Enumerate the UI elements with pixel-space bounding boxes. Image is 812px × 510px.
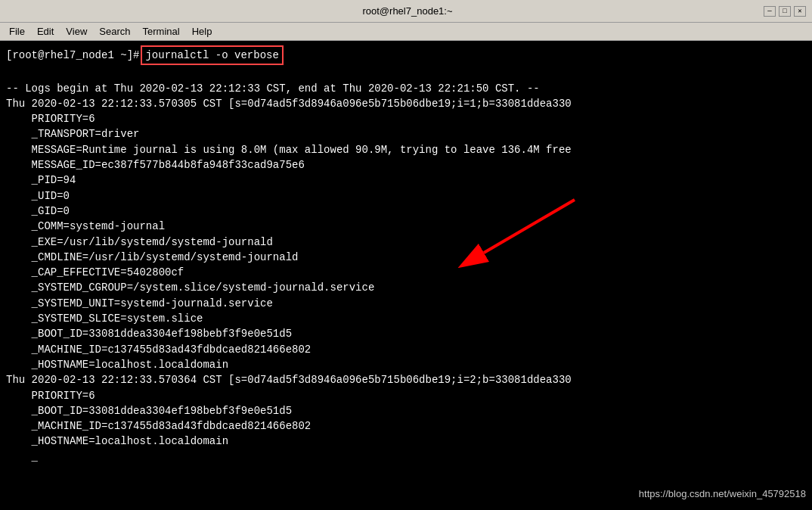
terminal-output: -- Logs begin at Thu 2020-02-13 22:12:33… xyxy=(6,81,806,465)
window-controls[interactable]: ─ □ ✕ xyxy=(764,6,806,17)
command-line: [root@rhel7_node1 ~]# journalctl -o verb… xyxy=(6,45,806,65)
menu-search[interactable]: Search xyxy=(93,24,136,39)
menu-file[interactable]: File xyxy=(3,24,31,39)
titlebar: root@rhel7_node1:~ ─ □ ✕ xyxy=(0,0,812,23)
menubar: File Edit View Search Terminal Help xyxy=(0,23,812,41)
menu-terminal[interactable]: Terminal xyxy=(137,24,186,39)
terminal-window[interactable]: [root@rhel7_node1 ~]# journalctl -o verb… xyxy=(0,41,812,510)
terminal-prompt: [root@rhel7_node1 ~]# xyxy=(6,48,139,63)
minimize-button[interactable]: ─ xyxy=(764,6,776,17)
close-button[interactable]: ✕ xyxy=(794,6,806,17)
menu-view[interactable]: View xyxy=(60,24,93,39)
watermark: https://blog.csdn.net/weixin_45792518 xyxy=(639,487,806,501)
menu-help[interactable]: Help xyxy=(186,24,218,39)
window-title: root@rhel7_node1:~ xyxy=(51,5,764,17)
command-text: journalctl -o verbose xyxy=(141,45,283,65)
maximize-button[interactable]: □ xyxy=(779,6,791,17)
terminal-content: [root@rhel7_node1 ~]# journalctl -o verb… xyxy=(6,45,806,81)
menu-edit[interactable]: Edit xyxy=(31,24,60,39)
